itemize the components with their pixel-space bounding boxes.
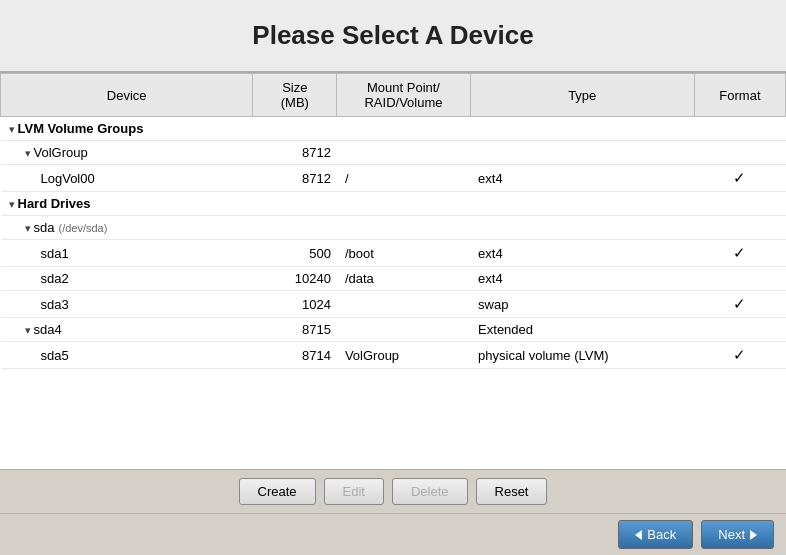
cell-type: [470, 141, 694, 165]
cell-device: sda5: [1, 342, 253, 369]
cell-mount: [337, 216, 470, 240]
cell-type: ext4: [470, 240, 694, 267]
cell-type: [470, 192, 694, 216]
expand-arrow-icon: ▾: [9, 198, 15, 210]
device-name-label: VolGroup: [34, 145, 88, 160]
device-path-label: (/dev/sda): [58, 222, 107, 234]
table-row[interactable]: sda58714VolGroupphysical volume (LVM)✓: [1, 342, 786, 369]
cell-size: [253, 216, 337, 240]
format-checkmark-icon: ✓: [733, 346, 746, 363]
cell-mount: /boot: [337, 240, 470, 267]
cell-mount: [337, 117, 470, 141]
format-checkmark-icon: ✓: [733, 295, 746, 312]
table-row[interactable]: sda1500/bootext4✓: [1, 240, 786, 267]
cell-size: 8712: [253, 165, 337, 192]
page-title: Please Select A Device: [0, 20, 786, 51]
cell-device: ▾sda(/dev/sda): [1, 216, 253, 240]
expand-arrow-icon: ▾: [9, 123, 15, 135]
device-name-label: sda4: [34, 322, 62, 337]
col-header-device: Device: [1, 74, 253, 117]
page-header: Please Select A Device: [0, 0, 786, 72]
cell-type: [470, 216, 694, 240]
col-header-format: Format: [694, 74, 785, 117]
cell-device: sda2: [1, 267, 253, 291]
cell-format: [694, 141, 785, 165]
cell-device: LogVol00: [1, 165, 253, 192]
device-table-container: Device Size(MB) Mount Point/RAID/Volume …: [0, 72, 786, 470]
device-name-label: sda2: [41, 271, 69, 286]
cell-device: sda1: [1, 240, 253, 267]
cell-mount: [337, 291, 470, 318]
device-name-label: LVM Volume Groups: [18, 121, 144, 136]
cell-size: 10240: [253, 267, 337, 291]
table-row[interactable]: ▾LVM Volume Groups: [1, 117, 786, 141]
delete-button[interactable]: Delete: [392, 478, 468, 505]
device-name-label: sda1: [41, 246, 69, 261]
cell-type: [470, 117, 694, 141]
cell-type: ext4: [470, 165, 694, 192]
cell-type: ext4: [470, 267, 694, 291]
table-row[interactable]: LogVol008712/ext4✓: [1, 165, 786, 192]
cell-mount: [337, 141, 470, 165]
edit-button[interactable]: Edit: [324, 478, 384, 505]
col-header-mount: Mount Point/RAID/Volume: [337, 74, 470, 117]
cell-size: 8712: [253, 141, 337, 165]
cell-mount: VolGroup: [337, 342, 470, 369]
cell-device: ▾Hard Drives: [1, 192, 253, 216]
cell-size: 8715: [253, 318, 337, 342]
cell-device: ▾sda4: [1, 318, 253, 342]
table-row[interactable]: sda210240/dataext4: [1, 267, 786, 291]
table-row[interactable]: sda31024swap✓: [1, 291, 786, 318]
cell-device: sda3: [1, 291, 253, 318]
table-row[interactable]: ▾VolGroup8712: [1, 141, 786, 165]
back-button[interactable]: Back: [618, 520, 693, 549]
cell-mount: /data: [337, 267, 470, 291]
device-name-label: Hard Drives: [18, 196, 91, 211]
cell-format: [694, 192, 785, 216]
create-button[interactable]: Create: [239, 478, 316, 505]
cell-type: physical volume (LVM): [470, 342, 694, 369]
cell-mount: /: [337, 165, 470, 192]
cell-size: 8714: [253, 342, 337, 369]
device-name-label: sda: [34, 220, 55, 235]
back-arrow-icon: [635, 530, 642, 540]
table-row[interactable]: ▾Hard Drives: [1, 192, 786, 216]
cell-size: 1024: [253, 291, 337, 318]
col-header-size: Size(MB): [253, 74, 337, 117]
cell-format: [694, 117, 785, 141]
action-button-bar: Create Edit Delete Reset: [0, 470, 786, 513]
next-arrow-icon: [750, 530, 757, 540]
format-checkmark-icon: ✓: [733, 244, 746, 261]
cell-format: ✓: [694, 165, 785, 192]
cell-format: ✓: [694, 342, 785, 369]
cell-device: ▾VolGroup: [1, 141, 253, 165]
col-header-type: Type: [470, 74, 694, 117]
cell-mount: [337, 318, 470, 342]
cell-format: [694, 267, 785, 291]
device-name-label: LogVol00: [41, 171, 95, 186]
device-name-label: sda5: [41, 348, 69, 363]
cell-device: ▾LVM Volume Groups: [1, 117, 253, 141]
back-label: Back: [647, 527, 676, 542]
format-checkmark-icon: ✓: [733, 169, 746, 186]
table-row[interactable]: ▾sda(/dev/sda): [1, 216, 786, 240]
cell-mount: [337, 192, 470, 216]
expand-arrow-icon: ▾: [25, 324, 31, 336]
cell-size: [253, 117, 337, 141]
cell-size: 500: [253, 240, 337, 267]
cell-format: [694, 216, 785, 240]
cell-type: swap: [470, 291, 694, 318]
next-button[interactable]: Next: [701, 520, 774, 549]
expand-arrow-icon: ▾: [25, 222, 31, 234]
cell-format: ✓: [694, 291, 785, 318]
next-label: Next: [718, 527, 745, 542]
reset-button[interactable]: Reset: [476, 478, 548, 505]
cell-type: Extended: [470, 318, 694, 342]
table-row[interactable]: ▾sda48715Extended: [1, 318, 786, 342]
cell-size: [253, 192, 337, 216]
navigation-bar: Back Next: [0, 513, 786, 555]
cell-format: [694, 318, 785, 342]
expand-arrow-icon: ▾: [25, 147, 31, 159]
cell-format: ✓: [694, 240, 785, 267]
device-name-label: sda3: [41, 297, 69, 312]
